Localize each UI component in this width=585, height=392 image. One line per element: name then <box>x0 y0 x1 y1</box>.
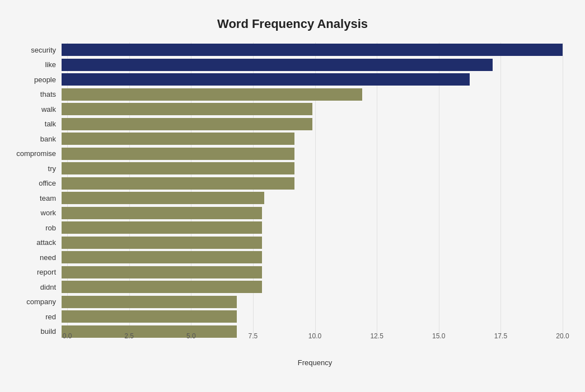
bar-track <box>62 266 563 278</box>
bar-track <box>62 162 563 174</box>
bar-row: bank <box>67 131 563 146</box>
bar-track <box>62 221 563 234</box>
bar-track <box>62 148 563 160</box>
bar-fill <box>62 207 262 219</box>
bar-row: rob <box>67 220 563 235</box>
bar-fill <box>62 133 294 145</box>
bar-label: attack <box>6 238 56 247</box>
bar-label: build <box>6 327 56 336</box>
bar-fill <box>62 103 312 115</box>
bar-fill <box>62 281 262 293</box>
bar-track <box>62 192 563 204</box>
x-tick-label: 15.0 <box>432 332 445 340</box>
bar-fill <box>62 237 262 249</box>
x-tick-label: 5.0 <box>186 332 196 340</box>
bar-row: walk <box>67 102 563 116</box>
bar-track <box>62 281 563 293</box>
bar-label: try <box>6 164 56 173</box>
bar-track <box>62 103 563 115</box>
bar-row: try <box>67 161 563 176</box>
bar-label: report <box>6 268 56 276</box>
bar-track <box>62 59 563 71</box>
bar-label: didnt <box>6 283 56 291</box>
bar-fill <box>62 59 493 71</box>
x-tick-label: 0.0 <box>63 332 72 340</box>
grid-line <box>563 42 563 339</box>
bar-fill <box>62 266 262 278</box>
bars-wrapper: securitylikepeoplethatswalktalkbankcompr… <box>67 42 563 339</box>
bar-fill <box>62 88 362 101</box>
bar-fill <box>62 44 563 56</box>
bar-label: work <box>6 209 56 217</box>
bar-row: report <box>67 265 563 280</box>
bar-track <box>62 251 563 263</box>
bar-track <box>62 207 563 219</box>
bar-label: office <box>6 179 56 187</box>
bar-track <box>62 133 563 145</box>
bar-fill <box>62 251 262 263</box>
bar-row: people <box>67 72 563 87</box>
x-tick-label: 7.5 <box>249 332 258 340</box>
chart-container: Word Frequency Analysis securitylikepeop… <box>0 0 585 392</box>
bar-row: didnt <box>67 280 563 294</box>
x-tick-label: 10.0 <box>308 332 321 340</box>
bar-track <box>62 44 563 56</box>
bar-fill <box>62 221 262 234</box>
bar-fill <box>62 310 237 323</box>
x-tick-label: 2.5 <box>124 332 134 340</box>
bar-label: bank <box>6 135 56 143</box>
bar-track <box>62 177 563 190</box>
x-tick-label: 12.5 <box>370 332 383 340</box>
bar-row: security <box>67 42 563 57</box>
bar-label: security <box>6 46 56 54</box>
bar-fill <box>62 325 237 338</box>
chart-area: securitylikepeoplethatswalktalkbankcompr… <box>67 42 563 367</box>
bar-label: walk <box>6 105 56 114</box>
bar-label: talk <box>6 120 56 128</box>
bar-row: team <box>67 191 563 205</box>
bar-track <box>62 237 563 249</box>
bar-label: rob <box>6 224 56 232</box>
bar-fill <box>62 148 294 160</box>
bar-row: talk <box>67 117 563 131</box>
x-tick-label: 17.5 <box>494 332 507 340</box>
bar-label: need <box>6 253 56 262</box>
bar-label: company <box>6 297 56 306</box>
bar-track <box>62 296 563 308</box>
bar-row: company <box>67 295 563 309</box>
bar-track <box>62 73 563 86</box>
bar-fill <box>62 296 237 308</box>
bar-label: team <box>6 194 56 202</box>
bar-track <box>62 310 563 323</box>
bar-fill <box>62 177 294 190</box>
bar-row: thats <box>67 87 563 102</box>
bar-label: compromise <box>6 149 56 158</box>
x-tick-label: 20.0 <box>556 332 569 340</box>
bar-fill <box>62 192 264 204</box>
bar-row: attack <box>67 235 563 250</box>
bar-label: like <box>6 60 56 69</box>
bar-label: people <box>6 75 56 84</box>
bar-track <box>62 118 563 130</box>
bar-fill <box>62 118 312 130</box>
bar-label: thats <box>6 90 56 98</box>
x-axis-label: Frequency <box>298 358 332 367</box>
chart-title: Word Frequency Analysis <box>22 17 563 31</box>
bar-row: compromise <box>67 147 563 161</box>
bar-track <box>62 88 563 101</box>
bar-label: red <box>6 313 56 321</box>
bar-row: office <box>67 176 563 191</box>
bar-row: red <box>67 309 563 324</box>
bar-fill <box>62 73 470 86</box>
bar-row: like <box>67 58 563 72</box>
bar-row: need <box>67 250 563 265</box>
bar-row: work <box>67 206 563 220</box>
bar-fill <box>62 162 294 174</box>
